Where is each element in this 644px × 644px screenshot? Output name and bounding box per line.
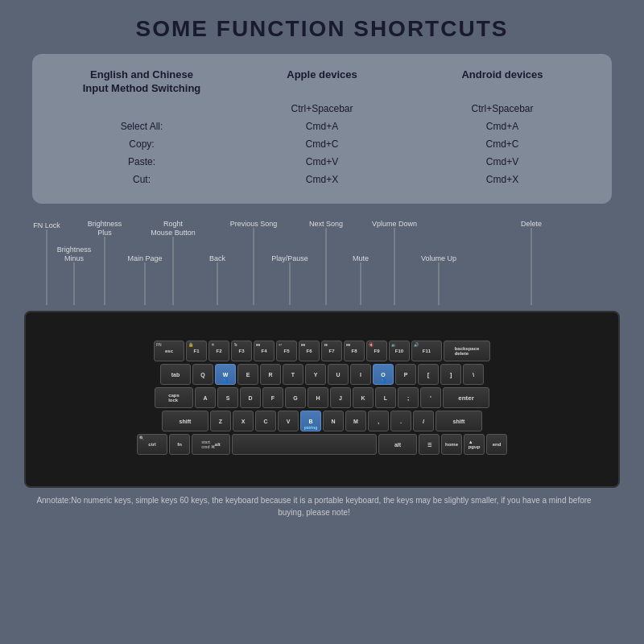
zxcv-row: shift Z X C V pairingB N M , . / shift [162, 411, 482, 431]
svg-text:Plus: Plus [97, 229, 112, 237]
svg-text:Roght: Roght [163, 220, 184, 228]
asdf-row: capslock A S D F G H J K L ; ' enter [155, 387, 489, 408]
key-ctrl[interactable]: 🔍ctrl [137, 434, 167, 455]
key-a[interactable]: A [195, 387, 216, 408]
table-row-0: Ctrl+Spacebar Ctrl+Spacebar [52, 101, 592, 117]
key-shift-l[interactable]: shift [162, 411, 208, 431]
key-t[interactable]: T [283, 364, 303, 385]
keyboard-annotations-container: FN Lock Brightness Plus Roght Mouse Butt… [24, 218, 620, 518]
footnote: Annotate:No numeric keys, simple keys 60… [24, 494, 604, 518]
key-menu[interactable]: ☰ [419, 434, 440, 455]
key-esc[interactable]: FNesc [154, 341, 184, 361]
key-s[interactable]: S [217, 387, 238, 408]
key-y[interactable]: Y [305, 364, 326, 385]
key-alt-l[interactable]: startcmd ⌘alt [192, 434, 230, 455]
key-g[interactable]: G [285, 387, 306, 408]
svg-text:Brightness: Brightness [88, 220, 122, 228]
key-o[interactable]: 🔵O [373, 364, 394, 385]
key-slash[interactable]: / [413, 411, 434, 431]
svg-text:Previous Song: Previous Song [230, 220, 278, 228]
svg-text:Minus: Minus [64, 254, 85, 262]
table-row-3: Paste: Cmd+V Cmd+V [52, 154, 592, 170]
key-c[interactable]: C [255, 411, 276, 431]
keyboard: FNesc 🔒F1 ☀F2 🖱F3 ⏭F4 ↩F5 ⏮F6 ⏯F7 ⏭F8 🔇F… [24, 311, 620, 488]
key-backslash[interactable]: \ [463, 364, 484, 385]
table-row-1: Select All: Cmd+A Cmd+A [52, 118, 592, 134]
key-f9[interactable]: 🔇F9 [366, 341, 387, 361]
key-l[interactable]: L [375, 387, 396, 408]
key-space[interactable] [232, 434, 377, 455]
key-b[interactable]: pairingB [300, 411, 321, 431]
qwerty-row: tab Q 🔵W E R T Y U I 🔵O P [ ] \ [160, 364, 484, 385]
col3-header: Android devices [412, 68, 592, 96]
key-e[interactable]: E [237, 364, 258, 385]
key-k[interactable]: K [353, 387, 374, 408]
svg-text:Mouse Button: Mouse Button [151, 229, 196, 237]
key-d[interactable]: D [240, 387, 261, 408]
svg-text:Play/Pause: Play/Pause [271, 254, 308, 262]
key-f5[interactable]: ↩F5 [276, 341, 297, 361]
key-pgup[interactable]: ▲pgup [464, 434, 485, 455]
key-semicolon[interactable]: ; [398, 387, 419, 408]
svg-text:FN Lock: FN Lock [33, 221, 60, 229]
key-bracket-l[interactable]: [ [418, 364, 439, 385]
key-i[interactable]: I [350, 364, 371, 385]
key-p[interactable]: P [395, 364, 416, 385]
svg-text:Main Page: Main Page [127, 254, 162, 262]
key-enter[interactable]: enter [443, 387, 489, 408]
key-x[interactable]: X [233, 411, 254, 431]
key-r[interactable]: R [260, 364, 281, 385]
key-f7[interactable]: ⏯F7 [321, 341, 342, 361]
bottom-row: 🔍ctrl fn startcmd ⌘alt alt ☰ home ▲pgup … [137, 434, 507, 455]
key-shift-r[interactable]: shift [436, 411, 482, 431]
keyboard-area: FNesc 🔒F1 ☀F2 🖱F3 ⏭F4 ↩F5 ⏮F6 ⏯F7 ⏭F8 🔇F… [24, 311, 620, 488]
svg-text:Next Song: Next Song [309, 220, 343, 228]
key-z[interactable]: Z [210, 411, 231, 431]
key-fn[interactable]: fn [169, 434, 190, 455]
fn-row: FNesc 🔒F1 ☀F2 🖱F3 ⏭F4 ↩F5 ⏮F6 ⏯F7 ⏭F8 🔇F… [154, 341, 490, 361]
svg-text:Vplume Down: Vplume Down [372, 220, 417, 228]
svg-text:Volume Up: Volume Up [421, 254, 456, 262]
key-capslock[interactable]: capslock [155, 387, 193, 408]
key-comma[interactable]: , [368, 411, 389, 431]
key-f[interactable]: F [262, 387, 283, 408]
col1-header: English and ChineseInput Method Switchin… [52, 68, 232, 96]
svg-text:Mute: Mute [353, 254, 369, 262]
key-f8[interactable]: ⏭F8 [344, 341, 365, 361]
shortcuts-table: English and ChineseInput Method Switchin… [32, 54, 612, 204]
page-title: SOME FUNCTION SHORTCUTS [136, 16, 509, 42]
key-h[interactable]: H [308, 387, 328, 408]
key-j[interactable]: J [330, 387, 351, 408]
key-backspace[interactable]: backspacedelete [444, 341, 490, 361]
key-bracket-r[interactable]: ] [440, 364, 461, 385]
key-n[interactable]: N [323, 411, 344, 431]
key-f3[interactable]: 🖱F3 [231, 341, 252, 361]
key-f6[interactable]: ⏮F6 [299, 341, 320, 361]
col2-header: Apple devices [232, 68, 412, 96]
key-end[interactable]: end [486, 434, 507, 455]
key-w[interactable]: 🔵W [215, 364, 236, 385]
key-tab[interactable]: tab [160, 364, 191, 385]
table-row-2: Copy: Cmd+C Cmd+C [52, 136, 592, 152]
key-f4[interactable]: ⏭F4 [254, 341, 275, 361]
svg-text:Brightness: Brightness [57, 246, 92, 254]
key-m[interactable]: M [345, 411, 366, 431]
svg-text:Back: Back [209, 254, 226, 262]
key-quote[interactable]: ' [420, 387, 441, 408]
key-f11[interactable]: 🔊F11 [411, 341, 442, 361]
key-f2[interactable]: ☀F2 [208, 341, 229, 361]
key-q[interactable]: Q [192, 364, 213, 385]
key-home[interactable]: home [441, 434, 462, 455]
key-period[interactable]: . [390, 411, 411, 431]
svg-text:Delete: Delete [521, 220, 542, 228]
table-row-4: Cut: Cmd+X Cmd+X [52, 171, 592, 188]
key-alt-r[interactable]: alt [378, 434, 417, 455]
page-container: SOME FUNCTION SHORTCUTS English and Chin… [0, 0, 644, 644]
key-v[interactable]: V [278, 411, 299, 431]
left-col-title: English and ChineseInput Method Switchin… [52, 68, 232, 96]
annotation-svg: FN Lock Brightness Plus Roght Mouse Butt… [24, 218, 620, 311]
key-f1[interactable]: 🔒F1 [186, 341, 207, 361]
key-f10[interactable]: 🔉F10 [389, 341, 410, 361]
key-u[interactable]: U [328, 364, 349, 385]
